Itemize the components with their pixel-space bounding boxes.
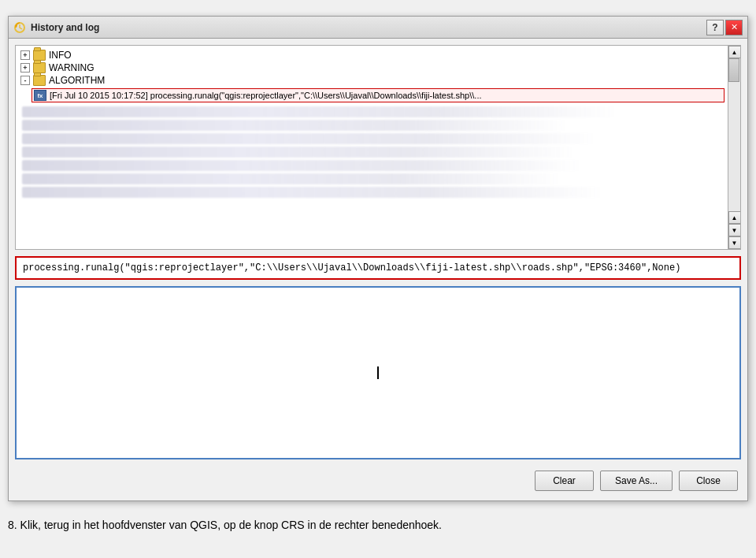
save-as-button[interactable]: Save As... — [600, 471, 673, 491]
close-button[interactable]: Close — [679, 471, 738, 491]
info-expand-button[interactable]: + — [20, 50, 30, 60]
algorithm-entry-label: [Fri Jul 10 2015 10:17:52] processing.ru… — [50, 91, 482, 100]
tree-item-algorithm[interactable]: - ALGORITHM — [19, 74, 724, 87]
page-wrapper: History and log ? ✕ + INFO — [0, 0, 756, 549]
tree-item-warning[interactable]: + WARNING — [19, 61, 724, 74]
bottom-caption-text: 8. Klik, terug in het hoofdvenster van Q… — [8, 519, 442, 531]
log-line — [22, 147, 575, 158]
title-bar-left: History and log — [13, 21, 99, 34]
warning-folder-icon — [33, 62, 46, 73]
input-text-area[interactable] — [15, 286, 741, 459]
info-label: INFO — [49, 50, 72, 61]
info-folder-icon — [33, 50, 46, 61]
window-close-button[interactable]: ✕ — [725, 20, 743, 35]
log-line — [22, 133, 595, 144]
clear-button[interactable]: Clear — [535, 471, 594, 491]
log-line — [22, 173, 561, 184]
bottom-caption: 8. Klik, terug in het hoofdvenster van Q… — [8, 517, 748, 534]
log-line — [22, 106, 617, 117]
help-button[interactable]: ? — [706, 20, 724, 35]
scroll-track[interactable] — [728, 58, 740, 211]
tree-scroll-content: + INFO + WARNING - ALGORITHM — [16, 46, 728, 249]
log-line — [22, 160, 581, 171]
command-area: processing.runalg("qgis:reprojectlayer",… — [15, 256, 741, 280]
button-bar: Clear Save As... Close — [15, 466, 741, 494]
log-line — [22, 120, 568, 131]
log-scrollbar[interactable]: ▲ ▲ ▼ ▼ — [728, 46, 740, 249]
algo-entry-icon: fx — [34, 90, 46, 101]
algorithm-entry-item[interactable]: fx [Fri Jul 10 2015 10:17:52] processing… — [32, 88, 724, 102]
history-icon — [13, 21, 26, 34]
text-cursor — [377, 366, 379, 379]
algorithm-label: ALGORITHM — [49, 75, 105, 86]
scroll-up-button[interactable]: ▲ — [728, 46, 741, 58]
dialog-window: History and log ? ✕ + INFO — [8, 16, 748, 501]
second-scroll-section: ▲ ▼ — [728, 211, 741, 236]
command-text: processing.runalg("qgis:reprojectlayer",… — [23, 262, 680, 273]
tree-item-info[interactable]: + INFO — [19, 49, 724, 61]
warning-label: WARNING — [49, 62, 94, 73]
dialog-content: + INFO + WARNING - ALGORITHM — [9, 39, 747, 500]
title-bar: History and log ? ✕ — [9, 17, 747, 39]
log-line — [22, 187, 602, 198]
scroll-up2-button[interactable]: ▲ — [728, 211, 741, 224]
scroll-thumb[interactable] — [728, 58, 739, 82]
tree-algorithm-children: fx [Fri Jul 10 2015 10:17:52] processing… — [19, 88, 724, 102]
scroll-down-button[interactable]: ▼ — [728, 236, 741, 249]
warning-expand-button[interactable]: + — [20, 63, 30, 73]
log-lines-container — [19, 102, 724, 202]
algorithm-expand-button[interactable]: - — [20, 76, 30, 85]
title-bar-controls: ? ✕ — [706, 20, 743, 35]
dialog-title: History and log — [31, 22, 99, 33]
algorithm-folder-icon — [33, 75, 46, 86]
scroll-down2-button[interactable]: ▼ — [728, 224, 741, 236]
log-tree-area[interactable]: + INFO + WARNING - ALGORITHM — [15, 45, 741, 250]
